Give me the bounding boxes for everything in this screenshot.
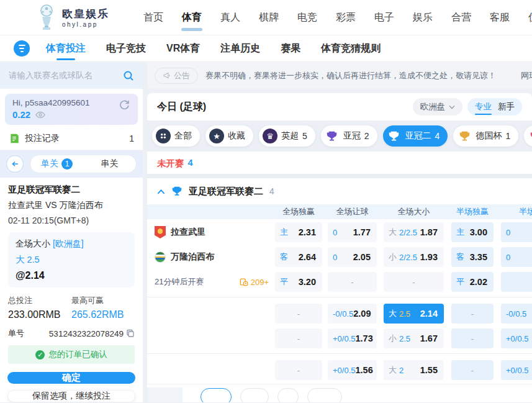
confirm-button[interactable]: 确定 bbox=[7, 372, 135, 384]
odds-cell-empty: - bbox=[451, 304, 494, 324]
top-nav-item[interactable]: 合营 bbox=[449, 6, 473, 29]
top-nav-item[interactable]: 体育 bbox=[180, 6, 204, 29]
market-tab-pill[interactable] bbox=[307, 388, 342, 402]
odds-row: -+0/0.51.73小2.51.67-+0/0.5 bbox=[152, 328, 532, 348]
tab-single-bet[interactable]: 单关 1 bbox=[30, 158, 83, 170]
cell-tag: 大 bbox=[384, 365, 397, 376]
column-header: 半场独赢 bbox=[451, 206, 494, 217]
odds-cell[interactable]: +0/0.51.56 bbox=[328, 360, 377, 380]
odds-cell[interactable]: 大2/2.51.87 bbox=[384, 222, 444, 242]
chip-label: 全部 bbox=[174, 130, 192, 142]
market-tab-pill[interactable] bbox=[201, 388, 232, 402]
cell-tag: +0/0.5 bbox=[328, 334, 356, 343]
search-icon[interactable] bbox=[123, 70, 134, 81]
search-input[interactable] bbox=[9, 71, 123, 80]
odds-cell[interactable]: 0 bbox=[501, 222, 532, 242]
site-logo[interactable]: 欧皇娱乐 ohyl.app bbox=[36, 4, 109, 30]
top-nav-item[interactable]: 电子 bbox=[372, 6, 396, 29]
top-nav-item[interactable]: 电竞 bbox=[295, 6, 319, 29]
odds-type-dropdown[interactable]: 欧洲盘 bbox=[413, 98, 463, 115]
cell-odds-value: 1.77 bbox=[353, 227, 377, 237]
odds-cell-empty: - bbox=[275, 328, 322, 348]
keep-selection-button[interactable]: 保留选项，继续投注 bbox=[7, 390, 135, 402]
odds-table: 拉查武里主2.3101.77大2/2.51.87主3.000万隆泊西布客2.64… bbox=[147, 219, 532, 384]
odds-cell[interactable]: 02.05 bbox=[328, 247, 377, 267]
pick-odds-type: [欧洲盘] bbox=[53, 238, 84, 248]
league-chip-收藏[interactable]: ★收藏 bbox=[205, 125, 253, 147]
cell-tag: 大 bbox=[384, 227, 397, 238]
cell-line: 2/2.5 bbox=[399, 228, 417, 237]
filter-icon[interactable] bbox=[14, 40, 30, 57]
odds-cell[interactable]: 平3.20 bbox=[275, 272, 322, 292]
league-chip-国王杯[interactable]: 国王杯1 bbox=[524, 125, 532, 147]
top-nav-item[interactable]: 娱乐 bbox=[411, 6, 435, 29]
top-nav-item[interactable]: 棋牌 bbox=[257, 6, 281, 29]
cell-tag: 0 bbox=[501, 253, 510, 262]
bet-record-count: 1 bbox=[129, 134, 134, 143]
top-nav-item[interactable]: 优惠 bbox=[526, 6, 532, 29]
order-confirmed-banner: ✓ 您的订单已确认 bbox=[8, 345, 135, 364]
market-tab-pill[interactable] bbox=[240, 388, 269, 402]
odds-cell[interactable]: 小2.51.67 bbox=[384, 328, 444, 348]
league-chip-英超[interactable]: ♛英超5 bbox=[259, 125, 315, 147]
top-bar: 欧皇娱乐 ohyl.app 首页体育真人棋牌电竞彩票电子娱乐合营客服优惠APP bbox=[0, 0, 532, 35]
back-button[interactable] bbox=[6, 155, 24, 173]
chevron-down-icon bbox=[449, 105, 455, 109]
subnav-tab[interactable]: 电子竞技 bbox=[106, 36, 146, 61]
odds-cell[interactable]: 01.77 bbox=[328, 222, 377, 242]
odds-cell[interactable]: 平2.02 bbox=[451, 272, 494, 292]
odds-cell[interactable]: -0/0.52.09 bbox=[328, 304, 377, 324]
cell-line: 2.5 bbox=[399, 309, 410, 319]
odds-cell[interactable]: 小2/2.51.93 bbox=[384, 247, 444, 267]
odds-cell[interactable]: 0 bbox=[501, 247, 532, 267]
odds-cell[interactable]: 主2.31 bbox=[275, 222, 322, 242]
cell-odds-value: 2.64 bbox=[299, 252, 322, 262]
eye-icon[interactable] bbox=[35, 111, 45, 119]
status-count: 4 bbox=[188, 158, 193, 170]
top-nav-item[interactable]: 彩票 bbox=[334, 6, 358, 29]
away-team-name: 万隆泊西布 bbox=[171, 251, 214, 263]
team-area: 21分钟后开赛209+ bbox=[152, 276, 275, 288]
refresh-icon[interactable] bbox=[118, 98, 130, 111]
max-win-value: 265.62RMB bbox=[71, 309, 135, 320]
league-trophy-icon bbox=[171, 186, 183, 197]
odds-cell[interactable]: 客2.64 bbox=[275, 247, 322, 267]
top-nav-item[interactable]: 首页 bbox=[142, 6, 165, 29]
away-team-badge bbox=[155, 251, 166, 263]
odds-cell[interactable]: 客3.35 bbox=[451, 247, 494, 267]
top-nav-item[interactable]: 客服 bbox=[488, 6, 512, 29]
odds-cell[interactable]: 大2.52.14 bbox=[384, 304, 444, 324]
league-chip-亚冠二[interactable]: 亚冠二4 bbox=[383, 125, 448, 147]
league-chip-全部[interactable]: 全部 bbox=[152, 125, 200, 147]
slip-league-name: 亚足联冠军联赛二 bbox=[8, 184, 135, 196]
league-chip-亚冠[interactable]: 亚冠2 bbox=[321, 125, 377, 147]
subnav-tab[interactable]: 注单历史 bbox=[220, 36, 260, 61]
chip-count: 5 bbox=[302, 131, 307, 141]
copy-icon[interactable] bbox=[126, 329, 135, 338]
odds-cell-empty: - bbox=[328, 272, 377, 292]
odds-cell[interactable]: +0/0.5 bbox=[501, 328, 532, 348]
subnav-tab[interactable]: 赛果 bbox=[281, 36, 300, 61]
odds-cell[interactable]: 大21.55 bbox=[384, 360, 444, 380]
league-chip-德国杯[interactable]: 德国杯1 bbox=[453, 125, 518, 147]
mode-pro-option[interactable]: 专业 bbox=[475, 101, 492, 112]
user-card: Hi, p5saa420995601 0.22 bbox=[5, 94, 138, 125]
chevron-up-icon[interactable] bbox=[157, 189, 165, 194]
subnav-tab[interactable]: VR体育 bbox=[166, 36, 200, 61]
top-nav-item[interactable]: 真人 bbox=[219, 6, 242, 29]
market-tab-pill[interactable] bbox=[277, 388, 299, 402]
odds-cell-empty: - bbox=[501, 272, 532, 292]
odds-cell[interactable]: 主3.00 bbox=[451, 222, 494, 242]
bet-record-row[interactable]: 投注记录 1 bbox=[0, 127, 143, 150]
subnav-tab[interactable]: 体育竞猜规则 bbox=[321, 36, 381, 61]
odds-cell[interactable]: -0/0.5 bbox=[501, 304, 532, 324]
odds-cell[interactable]: +0/0.51.73 bbox=[328, 328, 377, 348]
subnav-tab[interactable]: 体育投注 bbox=[46, 36, 86, 61]
tab-parlay-bet[interactable]: 串关 bbox=[83, 158, 136, 170]
mode-toggle: 专业 新手 bbox=[467, 98, 522, 115]
mode-novice-option[interactable]: 新手 bbox=[498, 101, 515, 112]
league-header-row[interactable]: 亚足联冠军联赛二 4 bbox=[147, 178, 532, 204]
more-markets-link[interactable]: 209+ bbox=[240, 278, 269, 287]
cell-tag: -0/0.5 bbox=[328, 309, 353, 319]
odds-cell[interactable]: +0/0.5 bbox=[501, 360, 532, 380]
